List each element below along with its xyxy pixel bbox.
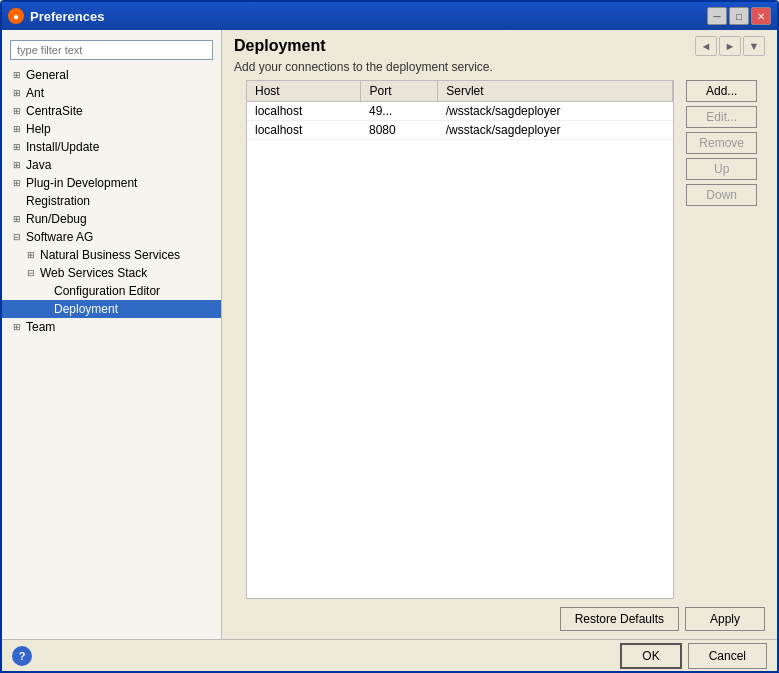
- sidebar-item-label: Run/Debug: [24, 212, 87, 226]
- sidebar-item-deployment[interactable]: ⊞ Deployment: [2, 300, 221, 318]
- remove-button[interactable]: Remove: [686, 132, 757, 154]
- sidebar-item-general[interactable]: ⊞ General: [2, 66, 221, 84]
- restore-defaults-button[interactable]: Restore Defaults: [560, 607, 679, 631]
- close-button[interactable]: ✕: [751, 7, 771, 25]
- filter-input[interactable]: [10, 40, 213, 60]
- expand-icon: ⊟: [24, 266, 38, 280]
- panel-title: Deployment: [234, 37, 326, 55]
- app-icon: ●: [8, 8, 24, 24]
- sidebar-item-help[interactable]: ⊞ Help: [2, 120, 221, 138]
- status-bar: ? OK Cancel: [2, 639, 777, 671]
- main-panel: Deployment ◄ ► ▼ Add your connections to…: [222, 30, 777, 639]
- apply-button[interactable]: Apply: [685, 607, 765, 631]
- cell-servlet: /wsstack/sagdeployer: [438, 121, 673, 140]
- cell-port: 8080: [361, 121, 438, 140]
- expand-icon: ⊞: [10, 140, 24, 154]
- expand-icon: ⊞: [10, 158, 24, 172]
- expand-icon: ⊞: [10, 122, 24, 136]
- add-button[interactable]: Add...: [686, 80, 757, 102]
- sidebar-item-label: Natural Business Services: [38, 248, 180, 262]
- main-content: ⊞ General ⊞ Ant ⊞ CentraSite ⊞ Help ⊞: [2, 30, 777, 639]
- nav-buttons: ◄ ► ▼: [695, 36, 765, 56]
- dialog-buttons: OK Cancel: [620, 643, 767, 669]
- expand-icon: ⊞: [10, 212, 24, 226]
- sidebar-item-label: General: [24, 68, 69, 82]
- col-servlet: Servlet: [438, 81, 673, 102]
- up-button[interactable]: Up: [686, 158, 757, 180]
- preferences-window: ● Preferences ─ □ ✕ ⊞ General ⊞ Ant: [0, 0, 779, 673]
- sidebar-item-label: Help: [24, 122, 51, 136]
- sidebar-item-registration[interactable]: ⊞ Registration: [2, 192, 221, 210]
- sidebar-item-web-services-stack[interactable]: ⊟ Web Services Stack: [2, 264, 221, 282]
- maximize-button[interactable]: □: [729, 7, 749, 25]
- sidebar: ⊞ General ⊞ Ant ⊞ CentraSite ⊞ Help ⊞: [2, 30, 222, 639]
- ok-button[interactable]: OK: [620, 643, 681, 669]
- table-row[interactable]: localhost 8080 /wsstack/sagdeployer: [247, 121, 673, 140]
- edit-button[interactable]: Edit...: [686, 106, 757, 128]
- title-bar-left: ● Preferences: [8, 8, 104, 24]
- sidebar-item-label: Plug-in Development: [24, 176, 137, 190]
- connections-table: Host Port Servlet localhost 49... /wssta…: [247, 81, 673, 140]
- sidebar-item-label: Configuration Editor: [52, 284, 160, 298]
- sidebar-item-config-editor[interactable]: ⊞ Configuration Editor: [2, 282, 221, 300]
- sidebar-item-team[interactable]: ⊞ Team: [2, 318, 221, 336]
- sidebar-item-label: CentraSite: [24, 104, 83, 118]
- sidebar-item-label: Deployment: [52, 302, 118, 316]
- back-button[interactable]: ◄: [695, 36, 717, 56]
- sidebar-item-label: Install/Update: [24, 140, 99, 154]
- down-button[interactable]: Down: [686, 184, 757, 206]
- cell-host: localhost: [247, 102, 361, 121]
- sidebar-item-plugin-dev[interactable]: ⊞ Plug-in Development: [2, 174, 221, 192]
- help-icon[interactable]: ?: [12, 646, 32, 666]
- minimize-button[interactable]: ─: [707, 7, 727, 25]
- content-area: Host Port Servlet localhost 49... /wssta…: [234, 80, 686, 599]
- expand-icon: ⊞: [10, 86, 24, 100]
- expand-icon: ⊞: [10, 194, 24, 208]
- sidebar-item-label: Java: [24, 158, 51, 172]
- nav-menu-button[interactable]: ▼: [743, 36, 765, 56]
- panel-description: Add your connections to the deployment s…: [222, 60, 777, 80]
- sidebar-item-label: Ant: [24, 86, 44, 100]
- window-controls: ─ □ ✕: [707, 7, 771, 25]
- sidebar-item-run-debug[interactable]: ⊞ Run/Debug: [2, 210, 221, 228]
- table-and-buttons: Host Port Servlet localhost 49... /wssta…: [222, 80, 777, 599]
- title-bar: ● Preferences ─ □ ✕: [2, 2, 777, 30]
- sidebar-item-software-ag[interactable]: ⊟ Software AG: [2, 228, 221, 246]
- expand-icon: ⊞: [10, 68, 24, 82]
- sidebar-item-install-update[interactable]: ⊞ Install/Update: [2, 138, 221, 156]
- sidebar-item-ant[interactable]: ⊞ Ant: [2, 84, 221, 102]
- sidebar-item-label: Web Services Stack: [38, 266, 147, 280]
- sidebar-item-java[interactable]: ⊞ Java: [2, 156, 221, 174]
- window-title: Preferences: [30, 9, 104, 24]
- expand-icon: ⊞: [10, 104, 24, 118]
- expand-icon: ⊞: [10, 176, 24, 190]
- cancel-button[interactable]: Cancel: [688, 643, 767, 669]
- expand-icon: ⊞: [38, 284, 52, 298]
- table-container: Host Port Servlet localhost 49... /wssta…: [246, 80, 674, 599]
- panel-header: Deployment ◄ ► ▼: [222, 30, 777, 60]
- bottom-action-row: Restore Defaults Apply: [222, 599, 777, 639]
- table-row[interactable]: localhost 49... /wsstack/sagdeployer: [247, 102, 673, 121]
- sidebar-item-label: Software AG: [24, 230, 93, 244]
- col-host: Host: [247, 81, 361, 102]
- expand-icon: ⊟: [10, 230, 24, 244]
- sidebar-item-centrasite[interactable]: ⊞ CentraSite: [2, 102, 221, 120]
- col-port: Port: [361, 81, 438, 102]
- sidebar-item-label: Team: [24, 320, 55, 334]
- expand-icon: ⊞: [38, 302, 52, 316]
- expand-icon: ⊞: [24, 248, 38, 262]
- cell-port: 49...: [361, 102, 438, 121]
- cell-servlet: /wsstack/sagdeployer: [438, 102, 673, 121]
- cell-host: localhost: [247, 121, 361, 140]
- expand-icon: ⊞: [10, 320, 24, 334]
- forward-button[interactable]: ►: [719, 36, 741, 56]
- sidebar-item-label: Registration: [24, 194, 90, 208]
- side-action-buttons: Add... Edit... Remove Up Down: [686, 80, 765, 599]
- sidebar-item-natural-business[interactable]: ⊞ Natural Business Services: [2, 246, 221, 264]
